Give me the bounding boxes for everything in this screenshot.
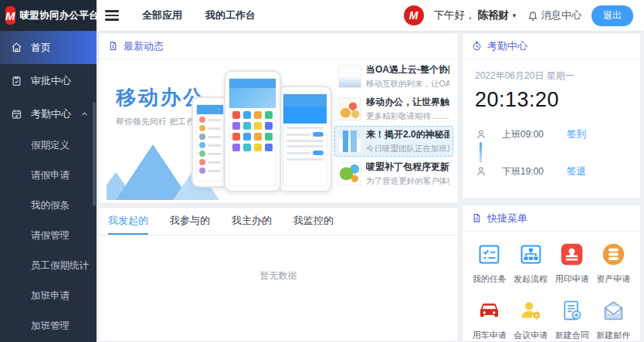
attendance-panel-header: 考勤中心: [463, 33, 640, 59]
news-item[interactable]: 当OA遇上云-整个协同OA 移动互联的到来，让OA与云: [334, 61, 453, 92]
attendance-clock: 20:13:20: [475, 88, 628, 112]
sidebar-item-home[interactable]: 首页: [0, 31, 97, 64]
quick-vehicle-request[interactable]: 用车申请: [469, 298, 510, 341]
latest-news-panel-header: 最新动态: [99, 33, 458, 59]
news-body: 移动办公 帮你领先同行 把工作带出办公室: [99, 59, 458, 203]
app-title: 唛盟协同办公平台: [20, 9, 99, 22]
assets-icon: [601, 242, 626, 267]
brand[interactable]: M 唛盟协同办公平台: [0, 0, 97, 31]
sidebar-subitem-leave-management[interactable]: 请假管理: [0, 221, 97, 251]
sidebar-item-label: 首页: [31, 41, 51, 55]
panel-title: 快捷菜单: [487, 212, 527, 225]
mobile-office-banner[interactable]: 移动办公 帮你领先同行 把工作带出办公室: [107, 63, 341, 200]
check-out-row: 下班19:00 签退: [475, 163, 628, 180]
quick-item-label: 我的任务: [473, 273, 507, 285]
sidebar-nav: 首页 审批中心 考勤中心 假期定义 请假申请 我的假条 请假管理 员工假期统计 …: [0, 31, 97, 342]
document-icon: [108, 41, 118, 51]
sidebar-item-label: 考勤中心: [31, 107, 71, 121]
quick-item-label: 新建邮件: [596, 330, 630, 341]
news-subtitle: 为了营造更好的客户体验，唛: [366, 176, 449, 187]
approval-clipboard-icon: [11, 75, 22, 86]
quick-item-label: 资产申请: [596, 273, 630, 285]
quick-menu-panel: 快捷菜单 我的任务 发起流程 用印申请 资产申请 用车申请: [462, 205, 641, 342]
panel-title: 最新动态: [124, 39, 164, 53]
chevron-down-icon: ▼: [511, 12, 517, 19]
check-out-label: 下班19:00: [502, 165, 556, 178]
sidebar-subitem-employee-holiday-stats[interactable]: 员工假期统计: [0, 251, 97, 281]
nav-all-apps[interactable]: 全部应用: [142, 8, 182, 22]
quick-item-label: 会议申请: [514, 330, 547, 341]
quick-item-label: 新建合同: [555, 330, 589, 341]
bell-icon: [527, 10, 538, 21]
news-thumbnail: [338, 65, 361, 88]
quick-menu-grid: 我的任务 发起流程 用印申请 资产申请 用车申请 会议申请: [463, 232, 640, 341]
user-menu[interactable]: 下午好，陈裕财 ▼: [434, 8, 517, 22]
meeting-icon: [518, 298, 544, 323]
attendance-date: 2022年06月20日 星期一: [475, 69, 628, 83]
news-subtitle: 移动互联的到来，让OA与云: [366, 79, 449, 90]
quick-meeting-request[interactable]: 会议申请: [510, 298, 552, 341]
quick-item-label: 用印申请: [555, 273, 589, 285]
person-icon: [475, 165, 487, 178]
attendance-body: 2022年06月20日 星期一 20:13:20 上班09:00 签到 下班19…: [463, 59, 640, 190]
car-icon: [476, 298, 502, 323]
tab-participated-by-me[interactable]: 我参与的: [170, 208, 210, 235]
latest-news-panel: 最新动态 移动办公 帮你领先同行 把工作带出办公室: [98, 32, 459, 204]
timeline-connector: [480, 142, 482, 163]
message-center-label: 消息中心: [541, 8, 581, 22]
news-item[interactable]: 移动办公，让世界触手可 更多精彩敬请期待........: [334, 93, 453, 124]
sidebar-subitem-overtime-request[interactable]: 加班申请: [0, 281, 97, 311]
news-thumbnail: [338, 130, 361, 153]
quick-item-label: 发起流程: [514, 273, 547, 285]
sidebar-subitem-my-leave-slips[interactable]: 我的假条: [0, 191, 97, 221]
menu-toggle-icon[interactable]: [105, 10, 119, 21]
username: 陈裕财: [478, 8, 510, 22]
quick-my-tasks[interactable]: 我的任务: [469, 242, 510, 285]
header-right: M 下午好，陈裕财 ▼ 消息中心 退出: [404, 5, 644, 26]
quick-new-contract[interactable]: 新建合同: [551, 298, 593, 341]
news-item-active[interactable]: 来！揭开2.0的神秘面纱- 今日唛盟团队正在加班加点，: [334, 126, 453, 157]
message-center[interactable]: 消息中心: [527, 8, 581, 22]
sidebar-scrollbar[interactable]: [93, 102, 96, 206]
check-in-row: 上班09:00 签到: [475, 126, 628, 143]
tab-initiated-by-me[interactable]: 我发起的: [108, 208, 148, 235]
quick-asset-request[interactable]: 资产申请: [593, 242, 635, 285]
attendance-panel: 考勤中心 2022年06月20日 星期一 20:13:20 上班09:00 签到…: [462, 32, 641, 199]
sidebar-item-attendance-center[interactable]: 考勤中心: [0, 97, 97, 130]
sidebar-subitem-overtime-management[interactable]: 加班管理: [0, 311, 97, 341]
quick-start-flow[interactable]: 发起流程: [510, 242, 552, 285]
logout-button[interactable]: 退出: [591, 5, 633, 26]
user-avatar[interactable]: M: [404, 5, 424, 25]
check-out-link[interactable]: 签退: [567, 165, 586, 178]
news-thumbnail: [338, 97, 361, 120]
quick-new-mail[interactable]: 新建邮件: [593, 298, 635, 341]
sidebar-subitem-holiday-definition[interactable]: 假期定义: [0, 130, 97, 161]
chevron-up-icon: [80, 110, 89, 118]
person-icon: [475, 128, 487, 141]
attendance-calendar-icon: [11, 108, 22, 120]
quick-stamp-request[interactable]: 用印申请: [551, 242, 593, 285]
news-item[interactable]: 唛盟补丁包程序更新 为了营造更好的客户体验，唛: [334, 158, 453, 189]
new-contract-icon: [559, 298, 585, 323]
quick-menu-panel-header: 快捷菜单: [463, 205, 640, 232]
tab-hosted-by-me[interactable]: 我主办的: [232, 208, 272, 235]
top-header: M 唛盟协同办公平台 全部应用 我的工作台 M 下午好，陈裕财 ▼ 消息中心 退…: [0, 0, 644, 31]
empty-state-text: 暂无数据: [99, 235, 458, 283]
news-subtitle: 更多精彩敬请期待........: [366, 111, 449, 122]
home-icon: [11, 42, 22, 53]
oa-dashboard: M 唛盟协同办公平台 全部应用 我的工作台 M 下午好，陈裕财 ▼ 消息中心 退…: [0, 0, 644, 342]
task-checklist-icon: [476, 242, 502, 267]
greeting-text: 下午好，: [434, 8, 476, 22]
news-thumbnail: [338, 162, 361, 185]
attendance-timeline: 上班09:00 签到 下班19:00 签退: [475, 126, 628, 180]
sidebar-subitem-leave-request[interactable]: 请假申请: [0, 161, 97, 191]
news-title: 当OA遇上云-整个协同OA: [366, 63, 449, 76]
document-icon: [472, 213, 482, 223]
check-in-link[interactable]: 签到: [567, 128, 586, 141]
stamp-icon: [559, 242, 585, 267]
tab-monitored-by-me[interactable]: 我监控的: [293, 208, 334, 235]
sidebar-item-approval-center[interactable]: 审批中心: [0, 64, 97, 97]
nav-my-workbench[interactable]: 我的工作台: [205, 8, 256, 22]
news-subtitle: 今日唛盟团队正在加班加点，: [366, 144, 449, 154]
news-list: 当OA遇上云-整个协同OA 移动互联的到来，让OA与云 移动办公，让世界触手可 …: [334, 61, 453, 191]
